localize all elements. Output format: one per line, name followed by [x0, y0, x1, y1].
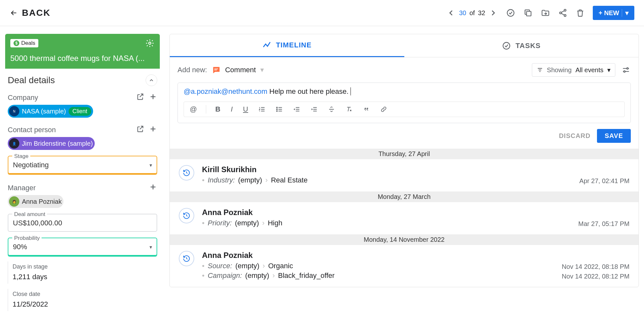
tabs: TIMELINE TASKS	[170, 34, 639, 57]
stage-select[interactable]: Stage Negotiating ▾	[8, 156, 157, 174]
gear-icon[interactable]	[145, 38, 155, 48]
event-time: Nov 14 2022, 08:18 PM	[562, 263, 630, 270]
event-time: Apr 27, 02:41 PM	[579, 177, 630, 185]
contact-chip-label: Jim Bridenstine (sample)	[22, 140, 93, 147]
svg-point-8	[624, 71, 625, 72]
company-chip[interactable]: N NASA (sample) Client	[8, 105, 93, 118]
open-in-new-icon[interactable]	[136, 93, 144, 103]
back-label: BACK	[22, 8, 51, 18]
add-contact-icon[interactable]	[149, 125, 157, 135]
trash-icon[interactable]	[575, 8, 585, 18]
date-divider: Monday, 27 March	[170, 191, 639, 202]
timeline-event: Anna Pozniak• Priority: (empty) › HighMa…	[170, 202, 639, 234]
close-date-value: 11/25/2022	[13, 300, 153, 309]
mention[interactable]: @a.pozniak@nethunt.com	[184, 87, 267, 95]
ordered-list-button[interactable]	[257, 106, 267, 113]
date-divider: Monday, 14 November 2022	[170, 234, 639, 245]
svg-point-2	[564, 9, 566, 11]
new-button[interactable]: + NEW ▾	[593, 6, 634, 20]
outdent-button[interactable]	[292, 106, 302, 113]
share-icon[interactable]	[558, 8, 568, 18]
discard-button[interactable]: DISCARD	[559, 132, 591, 140]
manager-chip[interactable]: 👩 Anna Pozniak	[8, 195, 63, 208]
mention-button[interactable]: @	[188, 105, 198, 113]
deal-details-title: Deal details	[8, 75, 55, 85]
save-button[interactable]: SAVE	[597, 129, 631, 143]
collapse-button[interactable]	[146, 74, 157, 86]
pager-prev[interactable]	[446, 8, 456, 18]
chevron-down-icon: ▾	[149, 244, 152, 250]
probability-label: Probability	[12, 235, 42, 241]
manager-chip-label: Anna Pozniak	[22, 198, 62, 205]
deals-badge[interactable]: $Deals	[10, 39, 38, 47]
check-circle-icon[interactable]	[506, 8, 515, 18]
comment-editor[interactable]: @a.pozniak@nethunt.com Help me out here …	[178, 83, 631, 123]
indent-button[interactable]	[309, 106, 319, 113]
comment-body: Help me out here please.	[269, 87, 349, 95]
showing-label: Showing	[547, 66, 572, 74]
open-in-new-icon[interactable]	[136, 125, 144, 135]
unordered-list-button[interactable]	[274, 106, 284, 113]
deal-amount-value: US$100,000.00	[13, 219, 62, 227]
add-manager-icon[interactable]	[149, 183, 157, 193]
tab-timeline[interactable]: TIMELINE	[170, 34, 404, 57]
addnew-type: Comment	[225, 66, 256, 74]
deal-header: $Deals 5000 thermal coffee mugs for NASA…	[5, 34, 160, 69]
contact-chip[interactable]: 👤 Jim Bridenstine (sample)	[8, 137, 95, 150]
close-date-field[interactable]: Close date 11/25/2022	[8, 289, 157, 311]
add-company-icon[interactable]	[149, 93, 157, 103]
editor-toolbar: @ B I U	[184, 102, 625, 117]
main-panel: TIMELINE TASKS Add new: Comment ▾	[169, 34, 639, 314]
new-button-caret[interactable]: ▾	[622, 9, 629, 17]
italic-button[interactable]: I	[229, 105, 234, 113]
svg-point-0	[507, 10, 514, 16]
quote-button[interactable]	[361, 106, 371, 113]
event-author: Anna Pozniak	[202, 208, 630, 217]
topbar: BACK 30 of 32 + NEW ▾	[0, 0, 644, 26]
comment-text[interactable]: @a.pozniak@nethunt.com Help me out here …	[184, 87, 625, 96]
close-date-label: Close date	[13, 291, 153, 298]
days-in-stage-field: Days in stage 1,211 days	[8, 261, 157, 284]
days-in-stage-value: 1,211 days	[13, 273, 153, 281]
tasks-icon	[502, 41, 511, 50]
history-icon	[179, 165, 194, 181]
new-button-label: + NEW	[599, 9, 619, 17]
deal-amount-field[interactable]: Deal amount US$100,000.00	[8, 214, 157, 232]
deals-badge-label: Deals	[21, 40, 35, 46]
tab-tasks-label: TASKS	[515, 42, 541, 50]
chevron-down-icon: ▾	[149, 162, 152, 168]
copy-icon[interactable]	[523, 8, 533, 18]
arrow-left-icon	[10, 9, 18, 17]
clear-format-button[interactable]	[344, 106, 354, 113]
link-button[interactable]	[379, 106, 389, 113]
event-change-row: • Industry: (empty) › Real EstateApr 27,…	[202, 176, 630, 186]
company-chip-label: NASA (sample)	[22, 108, 66, 115]
timeline-icon	[262, 41, 271, 50]
tab-tasks[interactable]: TASKS	[404, 34, 639, 57]
pager: 30 of 32	[446, 8, 498, 18]
folder-move-icon[interactable]	[541, 8, 550, 18]
pager-current: 30	[459, 9, 466, 17]
avatar: 👩	[9, 196, 19, 207]
svg-point-9	[277, 107, 278, 108]
underline-button[interactable]: U	[242, 105, 249, 113]
chevron-down-icon: ▾	[260, 66, 264, 74]
comment-icon	[212, 65, 221, 74]
tab-timeline-label: TIMELINE	[276, 41, 312, 49]
showing-filter[interactable]: Showing All events ▾	[532, 63, 615, 77]
svg-point-6	[503, 42, 510, 49]
deal-amount-label: Deal amount	[12, 211, 47, 218]
addnew-label: Add new:	[178, 66, 207, 74]
timeline-list: Thursday, 27 AprilKirill Skurikhin• Indu…	[170, 149, 639, 287]
back-button[interactable]: BACK	[10, 8, 51, 18]
probability-select[interactable]: Probability 90% ▾	[8, 238, 157, 256]
settings-sliders-icon[interactable]	[621, 65, 631, 75]
nasa-logo-icon: N	[9, 106, 19, 116]
addnew-selector[interactable]: Add new: Comment ▾	[178, 65, 264, 74]
bold-button[interactable]: B	[214, 105, 222, 113]
strikethrough-button[interactable]	[327, 106, 336, 113]
showing-value: All events	[575, 66, 603, 74]
pager-total: 32	[478, 9, 485, 17]
pager-next[interactable]	[488, 8, 498, 18]
svg-rect-1	[526, 11, 531, 16]
